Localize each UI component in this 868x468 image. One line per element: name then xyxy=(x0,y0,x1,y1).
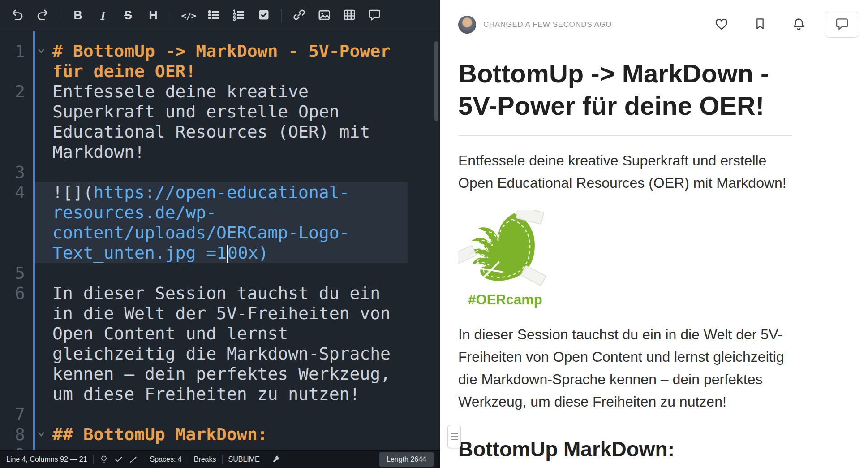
spellcheck-check-icon[interactable] xyxy=(114,455,123,464)
divider xyxy=(458,135,792,136)
toolbar-separator xyxy=(60,9,60,22)
line-number: 2 xyxy=(0,82,33,162)
editor-statusbar: Line 4, Columns 92 — 21 Spaces: 4 Breaks… xyxy=(0,450,440,468)
comment-button[interactable] xyxy=(362,5,387,26)
bold-button[interactable]: B xyxy=(66,5,90,26)
link-icon xyxy=(292,8,306,23)
statusbar-separator xyxy=(266,455,266,464)
code-line[interactable]: 8## BottomUp MarkDown: xyxy=(0,425,440,445)
code-line-text: ## BottomUp MarkDown: xyxy=(33,425,408,445)
code-line-text xyxy=(33,162,408,182)
image-icon xyxy=(318,8,331,23)
bookmark-icon xyxy=(753,17,767,33)
bullet-list-icon xyxy=(207,9,220,23)
bullet-list-button[interactable] xyxy=(202,5,226,26)
note-actions xyxy=(712,12,859,38)
editor-toolbar: B I S H </> 123 xyxy=(0,0,440,31)
redo-icon xyxy=(36,8,49,23)
table-button[interactable] xyxy=(337,5,361,26)
line-number: 4 xyxy=(0,182,33,263)
wrench-icon[interactable] xyxy=(272,455,281,464)
section-heading: BottomUp MarkDown: xyxy=(458,436,792,462)
heading-button[interactable]: H xyxy=(141,5,165,26)
ordered-list-icon: 123 xyxy=(232,9,245,23)
keymap-setting[interactable]: SUBLIME xyxy=(228,455,260,464)
code-line-text xyxy=(33,263,408,283)
line-number: 7 xyxy=(0,404,33,425)
speech-bubble-icon xyxy=(835,17,849,33)
code-line[interactable]: 2Entfessele deine kreative Superkraft un… xyxy=(0,82,440,162)
line-number: 3 xyxy=(0,162,33,182)
code-editor[interactable]: 1# BottomUp -> MarkDown - 5V-Power für d… xyxy=(0,31,440,450)
editor-scrollbar[interactable] xyxy=(434,41,438,121)
page-title: BottomUp -> MarkDown - 5V-Power für dein… xyxy=(458,57,792,122)
table-icon xyxy=(343,8,356,23)
length-status[interactable]: Length 2644 xyxy=(379,452,434,467)
link-button[interactable] xyxy=(287,5,311,26)
toolbar-separator xyxy=(281,9,282,22)
undo-icon xyxy=(11,8,24,23)
rendered-markdown: BottomUp -> MarkDown - 5V-Power für dein… xyxy=(458,57,792,468)
editor-pane: B I S H </> 123 xyxy=(0,0,440,468)
cursor-position-status: Line 4, Columns 92 — 21 xyxy=(6,455,87,464)
oercamp-logo-caption: #OERcamp xyxy=(458,292,552,308)
code-line[interactable]: 7 xyxy=(0,404,440,425)
code-line[interactable]: 3 xyxy=(0,162,440,182)
intro-paragraph: Entfessele deine kreative Superkraft und… xyxy=(458,149,792,194)
code-line[interactable]: 9 xyxy=(0,445,440,450)
split-drag-handle[interactable] xyxy=(447,425,461,448)
code-button[interactable]: </> xyxy=(176,5,201,26)
oercamp-logo: #OERcamp xyxy=(458,210,552,308)
bell-icon xyxy=(791,17,806,33)
last-changed-text: CHANGED A FEW SECONDS AGO xyxy=(483,20,612,29)
line-number: 6 xyxy=(0,283,33,404)
feedback-button[interactable] xyxy=(825,12,859,38)
session-paragraph: In dieser Session tauchst du ein in die … xyxy=(458,323,792,413)
line-number: 5 xyxy=(0,263,33,283)
code-line-text xyxy=(33,445,408,450)
image-button[interactable] xyxy=(312,5,336,26)
undo-button[interactable] xyxy=(5,5,30,26)
oercamp-logo-image xyxy=(458,210,548,290)
lightbulb-icon[interactable] xyxy=(99,455,108,464)
spaces-setting[interactable]: Spaces: 4 xyxy=(150,455,182,464)
code-line-text xyxy=(33,404,408,425)
editor-lines: 1# BottomUp -> MarkDown - 5V-Power für d… xyxy=(0,41,440,450)
fold-chevron-icon[interactable] xyxy=(37,429,46,440)
subscribe-button[interactable] xyxy=(789,15,808,35)
paintbrush-icon[interactable] xyxy=(129,455,138,464)
code-line[interactable]: 5 xyxy=(0,263,440,283)
toolbar-separator xyxy=(171,9,171,22)
code-line[interactable]: 6In dieser Session tauchst du ein in die… xyxy=(0,283,440,404)
task-list-icon xyxy=(258,9,270,23)
svg-text:3: 3 xyxy=(233,16,236,21)
task-list-button[interactable] xyxy=(252,5,276,26)
redo-button[interactable] xyxy=(30,5,55,26)
bookmark-button[interactable] xyxy=(750,15,770,35)
fold-chevron-icon[interactable] xyxy=(37,46,46,57)
statusbar-separator xyxy=(188,455,188,464)
italic-button[interactable]: I xyxy=(91,5,115,26)
like-button[interactable] xyxy=(712,15,731,35)
code-line[interactable]: 4![](https://open-educational-resources.… xyxy=(0,182,440,263)
statusbar-separator xyxy=(144,455,144,464)
note-meta-row: CHANGED A FEW SECONDS AGO xyxy=(458,12,859,38)
avatar[interactable] xyxy=(458,16,476,34)
line-number: 1 xyxy=(0,41,33,82)
ordered-list-button[interactable]: 123 xyxy=(227,5,251,26)
comment-icon xyxy=(368,8,381,23)
preview-pane: CHANGED A FEW SECONDS AGO xyxy=(440,0,868,468)
change-gutter-bar xyxy=(33,31,35,450)
code-line-text: In dieser Session tauchst du ein in die … xyxy=(33,283,408,404)
breaks-setting[interactable]: Breaks xyxy=(194,455,216,464)
code-line-text: ![](https://open-educational-resources.d… xyxy=(33,182,408,263)
statusbar-separator xyxy=(93,455,94,464)
app-window: B I S H </> 123 xyxy=(0,0,868,468)
strikethrough-button[interactable]: S xyxy=(116,5,140,26)
line-number: 8 xyxy=(0,425,33,445)
code-line[interactable]: 1# BottomUp -> MarkDown - 5V-Power für d… xyxy=(0,41,440,82)
code-line-text: Entfessele deine kreative Superkraft und… xyxy=(33,82,408,162)
heart-icon xyxy=(714,16,729,33)
statusbar-separator xyxy=(222,455,223,464)
line-number: 9 xyxy=(0,445,33,450)
